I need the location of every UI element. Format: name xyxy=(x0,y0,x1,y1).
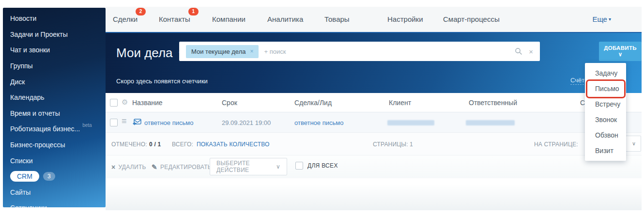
add-button[interactable]: ДОБАВИТЬ ∨ xyxy=(599,42,642,61)
menu-item-email[interactable]: Письмо xyxy=(585,81,626,96)
for-all-checkbox[interactable] xyxy=(295,162,303,170)
filter-chip-remove-icon[interactable]: × xyxy=(250,48,253,55)
sidebar-item-crm[interactable]: CRM 3 xyxy=(3,169,106,185)
bulk-action-bar: × УДАЛИТЬ ✎ РЕДАКТИРОВАТЬ ВЫБЕРИТЕ ДЕЙСТ… xyxy=(106,155,642,178)
counters-coming-soon-note: Скоро здесь появятся счетчики xyxy=(116,78,208,85)
sidebar-item-label: Время и отчеты xyxy=(10,109,60,117)
activity-deal-link[interactable]: ответное письмо xyxy=(294,119,343,126)
tab-settings[interactable]: Настройки xyxy=(387,15,423,23)
sidebar-item-label: Задачи и Проекты xyxy=(10,31,68,38)
edit-button[interactable]: ✎ РЕДАКТИРОВАТЬ xyxy=(152,163,212,171)
sidebar-item-label: Новости xyxy=(10,15,36,22)
sidebar-item-tasks[interactable]: Задачи и Проекты xyxy=(3,27,106,43)
sidebar-item-employees[interactable]: Сотрудники xyxy=(3,200,106,207)
menu-item-task[interactable]: Задачу xyxy=(585,65,626,81)
deals-counter-badge: 2 xyxy=(136,8,146,16)
contacts-counter-badge: 1 xyxy=(188,8,199,16)
sidebar-item-time-reports[interactable]: Время и отчеты xyxy=(3,106,106,122)
checked-value: 0 / 1 xyxy=(149,141,161,148)
sidebar-item-bizproc[interactable]: Бизнес-процессы xyxy=(3,137,106,153)
sidebar-item-crm-active-pill: CRM xyxy=(10,171,39,182)
crm-count-badge: 3 xyxy=(43,172,55,181)
page-title: Мои дела ☆ xyxy=(116,46,187,61)
column-header-client[interactable]: Клиент xyxy=(389,99,411,107)
tab-products[interactable]: Товары xyxy=(324,15,350,23)
bitrix24-crm-page: Новости Задачи и Проекты Чат и звонки Гр… xyxy=(0,0,644,217)
choose-action-select[interactable]: ВЫБЕРИТЕ ДЕЙСТВИЕ ∨ xyxy=(210,158,287,175)
searchbar-icons: × xyxy=(515,47,533,56)
sidebar: Новости Задачи и Проекты Чат и звонки Гр… xyxy=(3,8,106,207)
sidebar-item-sites[interactable]: Сайты xyxy=(3,185,106,201)
sidebar-item-news[interactable]: Новости xyxy=(3,11,106,27)
beta-badge: beta xyxy=(82,123,92,128)
show-count-link[interactable]: ПОКАЗАТЬ КОЛИЧЕСТВО xyxy=(197,141,270,148)
menu-item-dialing[interactable]: Обзвон xyxy=(585,127,626,143)
tab-deals[interactable]: Сделки2 xyxy=(113,15,138,23)
apply-for-all-control[interactable]: для всех xyxy=(295,162,338,170)
search-placeholder: + поиск xyxy=(264,48,286,55)
search-icon[interactable] xyxy=(515,47,522,55)
page-bottom-fade xyxy=(106,184,642,210)
chevron-down-icon: ∨ xyxy=(632,140,636,147)
sidebar-item-chat[interactable]: Чат и звонки xyxy=(3,42,106,58)
sidebar-item-calendar[interactable]: Календарь xyxy=(3,90,106,106)
add-dropdown-menu: Задачу Письмо Встречу Звонок Обзвон Визи… xyxy=(585,63,626,161)
per-page-label: НА СТРАНИЦЕ: xyxy=(534,141,578,148)
sidebar-item-label: Роботизация бизнес... xyxy=(10,125,80,133)
column-header-name[interactable]: Название xyxy=(132,99,163,107)
main-area: Сделки2 Контакты1 Компании Аналитика Тов… xyxy=(106,7,642,210)
menu-item-visit[interactable]: Визит xyxy=(585,143,626,158)
filter-chip[interactable]: Мои текущие дела × xyxy=(186,45,259,58)
clear-search-icon[interactable]: × xyxy=(529,47,533,56)
sidebar-item-label: Чат и звонки xyxy=(10,46,50,54)
menu-item-meeting[interactable]: Встречу xyxy=(585,96,626,112)
column-header-deal[interactable]: Сделка/Лид xyxy=(294,99,332,107)
mail-activity-icon xyxy=(132,119,141,126)
for-all-label: для всех xyxy=(307,162,338,169)
tab-smart-processes[interactable]: Смарт-процессы xyxy=(443,15,500,23)
delete-x-icon: × xyxy=(111,163,115,171)
sidebar-item-label: Диск xyxy=(10,78,25,86)
drag-handle-icon[interactable]: ≡ xyxy=(122,116,127,126)
menu-item-call[interactable]: Звонок xyxy=(585,112,626,127)
total-label: ВСЕГО: xyxy=(172,141,193,148)
triangle-down-icon: ▾ xyxy=(609,16,611,22)
crm-top-nav: Сделки2 Контакты1 Компании Аналитика Тов… xyxy=(106,7,642,33)
grid-header: ⚙ Название Срок Сделка/Лид Клиент Ответс… xyxy=(106,93,642,112)
column-header-responsible[interactable]: Ответственный xyxy=(469,99,517,107)
sidebar-item-disk[interactable]: Диск xyxy=(3,74,106,90)
sidebar-item-label: Списки xyxy=(10,157,32,165)
tab-more[interactable]: Еще▾ xyxy=(592,15,611,23)
sidebar-item-groups[interactable]: Группы xyxy=(3,58,106,74)
redacted-client-value xyxy=(387,120,434,125)
edit-pencil-icon: ✎ xyxy=(152,163,157,171)
tab-contacts[interactable]: Контакты1 xyxy=(159,15,190,23)
chevron-down-icon: ∨ xyxy=(276,163,280,170)
page-header-band: Мои дела ☆ Мои текущие дела × + поиск × xyxy=(106,33,642,93)
pages-label: СТРАНИЦЫ: xyxy=(373,141,408,148)
grid-settings-gear-icon[interactable]: ⚙ xyxy=(122,98,128,107)
delete-button[interactable]: × УДАЛИТЬ xyxy=(111,163,146,171)
tab-companies[interactable]: Компании xyxy=(212,15,245,23)
filter-search-bar[interactable]: Мои текущие дела × + поиск × xyxy=(179,42,540,61)
table-row[interactable]: ≡ ответное письмо 29.09.2021 19:00 ответ… xyxy=(106,112,642,133)
column-header-deadline[interactable]: Срок xyxy=(222,99,237,107)
row-checkbox[interactable] xyxy=(110,119,118,126)
redacted-responsible-value xyxy=(466,120,515,125)
sidebar-item-label: Сотрудники xyxy=(10,204,47,207)
grid-footer: ОТМЕЧЕНО: 0 / 1 ВСЕГО: ПОКАЗАТЬ КОЛИЧЕСТ… xyxy=(106,133,642,155)
sidebar-item-rpa[interactable]: Роботизация бизнес...beta xyxy=(3,121,106,137)
sidebar-item-label: Сайты xyxy=(10,188,31,196)
filter-chip-label: Мои текущие дела xyxy=(191,48,245,55)
activity-name-link[interactable]: ответное письмо xyxy=(144,119,193,126)
sidebar-item-label: Календарь xyxy=(10,93,45,101)
sidebar-item-lists[interactable]: Списки xyxy=(3,153,106,169)
sidebar-item-label: Группы xyxy=(10,62,33,70)
sidebar-item-label: Бизнес-процессы xyxy=(10,141,65,149)
chevron-down-icon: ∨ xyxy=(618,51,623,57)
tab-analytics[interactable]: Аналитика xyxy=(267,15,303,23)
checked-label: ОТМЕЧЕНО: xyxy=(111,141,147,148)
pages-value: 1 xyxy=(410,141,413,148)
select-all-checkbox[interactable] xyxy=(110,99,118,107)
activity-deadline: 29.09.2021 19:00 xyxy=(222,119,271,126)
